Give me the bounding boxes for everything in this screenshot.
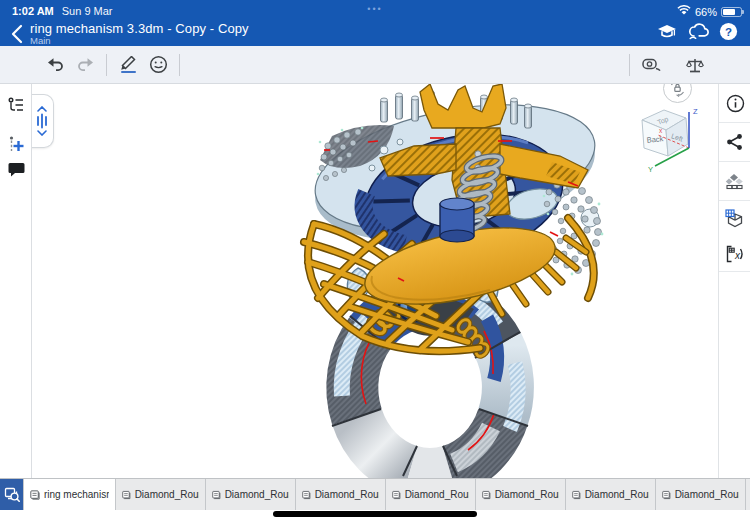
model-viewport[interactable]: Top Back Left Z Y x (32, 84, 718, 478)
tab-part-studio[interactable]: Diamond_Round (... (656, 479, 746, 510)
cube-grid-icon (725, 209, 745, 228)
part-studio-tab-icon (122, 489, 131, 501)
tab-label: Diamond_Round (... (225, 489, 289, 500)
tab-part-studio[interactable]: ring mechanism 3 (23, 479, 116, 510)
add-feature-icon (7, 135, 25, 155)
tab-label: Diamond_Round (... (405, 489, 469, 500)
materials-gems-icon (725, 172, 745, 190)
tab-part-studio[interactable]: Diamond_Round (... (476, 479, 566, 510)
reactions-button[interactable] (143, 50, 173, 80)
comments-button[interactable] (0, 156, 32, 182)
axis-z-label: Z (693, 107, 698, 116)
undo-button[interactable] (40, 50, 70, 80)
variables-icon: x (725, 245, 745, 263)
tab-label: Diamond_Round (... (135, 489, 199, 500)
redo-button[interactable] (70, 50, 100, 80)
wifi-icon (677, 5, 691, 18)
markup-pen-button[interactable] (113, 50, 143, 80)
pen-color-indicator (121, 71, 136, 74)
view-cube-back-label: Back (646, 134, 664, 145)
svg-text:x: x (734, 250, 741, 261)
workspace-name: Main (30, 35, 51, 46)
follow-mode-button[interactable] (687, 23, 709, 41)
back-button[interactable] (8, 22, 28, 46)
blue-hub (440, 198, 474, 242)
part-studio-tab-icon (482, 489, 491, 501)
part-studio-tab-icon (212, 489, 221, 501)
svg-text:?: ? (725, 26, 732, 38)
sync-cloud-icon (687, 23, 709, 41)
multitask-dots-icon: ••• (0, 4, 750, 14)
tab-part-studio[interactable]: Diamond_Round (... (296, 479, 386, 510)
undo-icon (46, 56, 65, 73)
ring-mechanism-model (32, 84, 718, 478)
part-studio-tab-icon (662, 489, 671, 501)
comment-bubble-icon (8, 161, 25, 177)
mass-properties-button[interactable] (680, 50, 710, 80)
smiley-icon (149, 55, 168, 74)
part-studio-tab-icon (572, 489, 581, 501)
share-button[interactable] (719, 123, 750, 162)
right-rail: x (718, 84, 750, 478)
help-icon: ? (719, 22, 738, 41)
view-cube[interactable]: Top Back Left Z Y x (628, 104, 700, 176)
panel-grip-icon (35, 113, 49, 129)
back-chevron-icon (8, 22, 28, 46)
feature-tree-icon (7, 96, 25, 114)
pencil-icon (120, 56, 137, 70)
rotate-lock-icon (668, 84, 687, 98)
tab-part-studio[interactable]: Diamond_Round (... (116, 479, 206, 510)
tab-label: Diamond_Round (... (675, 489, 739, 500)
toolbar (0, 46, 750, 84)
insert-feature-button[interactable] (0, 132, 32, 158)
share-icon (726, 133, 744, 151)
app-screen: 1:02 AM Sun 9 Mar ••• 66% ring mechanism… (0, 0, 750, 521)
part-studio-tab-icon (302, 489, 311, 501)
battery-icon (721, 7, 742, 17)
tab-label: ring mechanism 3 (44, 489, 109, 500)
tab-label: Diamond_Round (... (585, 489, 649, 500)
info-panel-button[interactable] (719, 84, 750, 123)
part-studio-tab-icon (392, 489, 401, 501)
tab-label: Diamond_Round (... (315, 489, 379, 500)
measure-tape-icon (641, 57, 661, 73)
info-icon (726, 94, 745, 113)
feature-list-button[interactable] (0, 92, 32, 118)
document-title: ring mechanism 3.3dm - Copy - Copy (30, 21, 249, 36)
variables-button[interactable]: x (719, 236, 750, 272)
tab-bar: ring mechanism 3 Diamond_Round (... Diam… (0, 478, 750, 510)
document-header: ring mechanism 3.3dm - Copy - Copy Main … (0, 24, 750, 46)
graduation-cap-icon (657, 23, 677, 41)
tab-search-icon (4, 487, 20, 502)
tab-label: Diamond_Round (... (495, 489, 559, 500)
configurations-button[interactable] (719, 201, 750, 236)
chevron-up-icon (37, 106, 47, 112)
tab-part-studio[interactable]: Diamond_Round (... (206, 479, 296, 510)
left-rail (0, 84, 32, 478)
balance-scale-icon (686, 57, 704, 74)
tab-part-studio[interactable]: Diamond_Round (... (746, 479, 750, 510)
battery-percent: 66% (695, 6, 717, 18)
appearance-button[interactable] (719, 162, 750, 201)
tab-manager-button[interactable] (0, 479, 23, 510)
learning-center-button[interactable] (657, 23, 677, 41)
axis-y-label: Y (648, 165, 653, 174)
home-indicator[interactable] (273, 511, 477, 517)
feature-panel-handle[interactable] (32, 94, 54, 148)
tab-part-studio[interactable]: Diamond_Round (... (566, 479, 656, 510)
redo-icon (76, 56, 95, 73)
part-studio-tab-icon (30, 489, 40, 501)
measure-button[interactable] (636, 50, 666, 80)
help-button[interactable]: ? (719, 22, 738, 41)
tab-part-studio[interactable]: Diamond_Round (... (386, 479, 476, 510)
chevron-down-icon (37, 130, 47, 136)
